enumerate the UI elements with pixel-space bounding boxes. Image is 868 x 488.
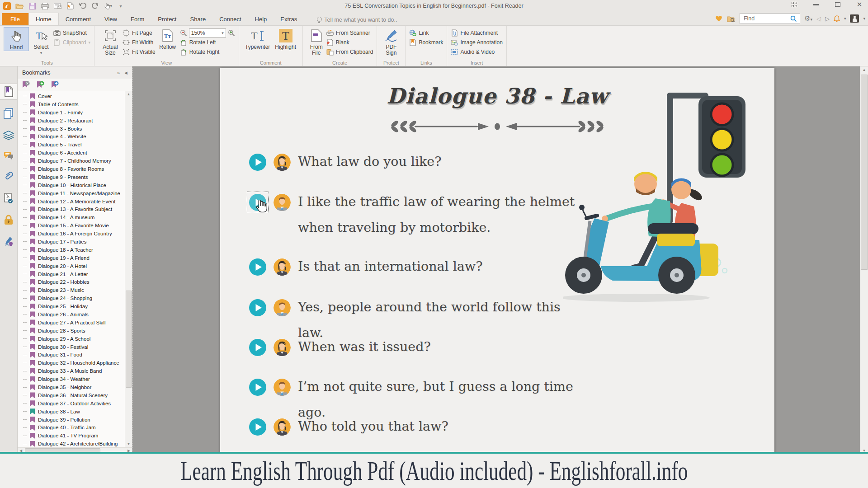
tab-view[interactable]: View	[98, 13, 124, 25]
bookmark-item[interactable]: Dialogue 6 - Accident	[18, 149, 125, 157]
foxit-logo-icon[interactable]	[3, 2, 11, 10]
blank-button[interactable]: Blank	[326, 38, 373, 47]
search-folder-icon[interactable]	[727, 15, 736, 22]
play-audio-button[interactable]	[249, 299, 266, 316]
signatures-panel-tab[interactable]	[0, 191, 17, 206]
scroll-up-arrow[interactable]: ▲	[125, 91, 132, 98]
bookmark-item[interactable]: Dialogue 18 - A Teacher	[18, 246, 125, 254]
new-document-icon[interactable]	[66, 2, 74, 10]
bookmark-item[interactable]: Dialogue 14 - A museum	[18, 213, 125, 221]
bookmark-item[interactable]: Dialogue 16 - A Foreign Country	[18, 230, 125, 238]
play-audio-button[interactable]	[249, 339, 266, 356]
from-file-button[interactable]: From File	[307, 27, 326, 56]
bookmark-item[interactable]: Dialogue 31 - Food	[18, 351, 125, 359]
bookmark-item[interactable]: Dialogue 9 - Presents	[18, 173, 125, 181]
restore-button[interactable]	[833, 1, 843, 8]
bookmark-item[interactable]: Dialogue 32 - Household Appliance	[18, 359, 125, 367]
clipboard-button[interactable]: Clipboard ▾	[53, 38, 90, 47]
zoom-in-icon[interactable]	[228, 29, 235, 37]
play-audio-button[interactable]	[249, 418, 266, 436]
bookmark-item[interactable]: Dialogue 26 - Animals	[18, 310, 125, 319]
actual-size-button[interactable]: Actual Size	[98, 27, 123, 56]
audio-video-button[interactable]: Audio & Video	[451, 48, 502, 56]
customize-toolbar-icon[interactable]: ▾	[117, 2, 125, 10]
bookmarks-vertical-scrollbar[interactable]: ▲ ▼	[125, 91, 132, 447]
bookmark-item[interactable]: Dialogue 29 - A School	[18, 335, 125, 343]
layout-icon[interactable]	[789, 1, 799, 8]
tab-file[interactable]: File	[2, 13, 28, 25]
doc-scroll-thumb[interactable]	[861, 75, 868, 270]
pages-panel-tab[interactable]	[0, 106, 17, 121]
bell-dropdown-arrow[interactable]: ▾	[844, 16, 846, 21]
bookmark-item[interactable]: Dialogue 17 - Parties	[18, 238, 125, 246]
bookmark-item[interactable]: Dialogue 24 - Shopping	[18, 294, 125, 302]
tab-connect[interactable]: Connect	[212, 13, 248, 25]
tab-protect[interactable]: Protect	[151, 13, 183, 25]
rotate-left-button[interactable]: Rotate Left	[180, 38, 235, 47]
bookmark-item[interactable]: Dialogue 23 - Music	[18, 286, 125, 294]
bookmark-item[interactable]: Dialogue 12 - A Memorable Event	[18, 197, 125, 206]
bookmark-item[interactable]: Dialogue 13 - A Favorite Subject	[18, 205, 125, 213]
bookmark-item[interactable]: Dialogue 22 - Hobbies	[18, 278, 125, 286]
bookmark-item[interactable]: Dialogue 11 - Newspaper/Magazine	[18, 189, 125, 197]
bookmark-item[interactable]: Dialogue 33 - A Music Band	[18, 367, 125, 375]
hand-tool-dropdown-arrow[interactable]: ▾	[110, 4, 112, 8]
bookmark-item[interactable]: Dialogue 10 - Historical Place	[18, 181, 125, 189]
tab-share[interactable]: Share	[183, 13, 212, 25]
close-button[interactable]: ✕	[854, 1, 864, 8]
open-file-icon[interactable]	[15, 2, 24, 10]
account-avatar[interactable]	[850, 14, 859, 23]
bookmark-item[interactable]: Dialogue 39 - Pollution	[18, 416, 125, 424]
email-icon[interactable]	[53, 2, 61, 10]
fit-page-button[interactable]: Fit Page	[123, 29, 156, 37]
history-forward-icon[interactable]: ▷	[825, 15, 830, 22]
redo-icon[interactable]	[91, 2, 99, 10]
bookmark-item[interactable]: Dialogue 1 - Family	[18, 108, 125, 117]
bookmark-item[interactable]: Dialogue 38 - Law	[18, 408, 125, 416]
bookmark-item[interactable]: Cover	[18, 92, 125, 100]
fit-visible-button[interactable]: Fit Visible	[123, 48, 156, 56]
bookmark-item[interactable]: Table of Contents	[18, 100, 125, 108]
bookmarks-panel-tab[interactable]	[0, 84, 17, 100]
file-attachment-button[interactable]: File Attachment	[451, 29, 502, 37]
favorite-heart-icon[interactable]	[715, 15, 723, 22]
bookmark-button[interactable]: Bookmark	[409, 38, 443, 47]
bookmark-item[interactable]: Dialogue 25 - Holiday	[18, 302, 125, 310]
tab-form[interactable]: Form	[124, 13, 151, 25]
bookmark-item[interactable]: Dialogue 21 - A Letter	[18, 270, 125, 278]
bookmark-item[interactable]: Dialogue 28 - Sports	[18, 327, 125, 335]
print-icon[interactable]	[41, 2, 49, 10]
attachments-panel-tab[interactable]	[0, 169, 17, 185]
digital-sign-panel-tab[interactable]	[0, 233, 17, 249]
play-audio-button[interactable]	[249, 154, 266, 171]
play-audio-button[interactable]	[249, 379, 266, 396]
highlight-button[interactable]: T Highlight	[273, 27, 299, 50]
play-audio-button[interactable]	[249, 194, 266, 211]
search-icon[interactable]	[790, 15, 797, 22]
layers-panel-tab[interactable]	[0, 127, 17, 142]
bookmark-item[interactable]: Dialogue 34 - Weather	[18, 375, 125, 383]
play-audio-button[interactable]	[249, 258, 266, 276]
fit-width-button[interactable]: Fit Width	[123, 38, 156, 47]
goto-bookmark-icon[interactable]	[51, 81, 59, 89]
reflow-button[interactable]: Tт Reflow	[156, 27, 180, 50]
undo-icon[interactable]	[79, 2, 87, 10]
find-input[interactable]	[743, 15, 788, 22]
bookmark-item[interactable]: Dialogue 40 - Traffic Jam	[18, 424, 125, 432]
bookmark-item[interactable]: Dialogue 5 - Travel	[18, 141, 125, 149]
notification-bell-icon[interactable]	[834, 15, 840, 22]
zoom-level-select[interactable]: 150% ▾	[189, 28, 226, 38]
bookmark-item[interactable]: Dialogue 7 - Childhood Memory	[18, 157, 125, 165]
from-clipboard-button[interactable]: From Clipboard	[326, 48, 373, 56]
panel-collapse-icon[interactable]: ◄	[123, 70, 128, 75]
from-scanner-button[interactable]: From Scanner	[326, 29, 373, 37]
account-dropdown-arrow[interactable]: ▾	[863, 16, 865, 21]
bookmark-item[interactable]: Dialogue 19 - A Friend	[18, 254, 125, 262]
rotate-right-button[interactable]: Rotate Right	[180, 48, 235, 56]
bookmark-item[interactable]: Dialogue 8 - Favorite Rooms	[18, 165, 125, 173]
settings-gear-icon[interactable]: ⚙▾	[804, 14, 812, 23]
typewriter-button[interactable]: T Typewriter	[243, 27, 273, 50]
document-vertical-scrollbar[interactable]: ▲ ▼	[860, 66, 868, 454]
bookmark-item[interactable]: Dialogue 4 - Website	[18, 132, 125, 141]
bookmarks-scroll-thumb[interactable]	[126, 291, 132, 388]
